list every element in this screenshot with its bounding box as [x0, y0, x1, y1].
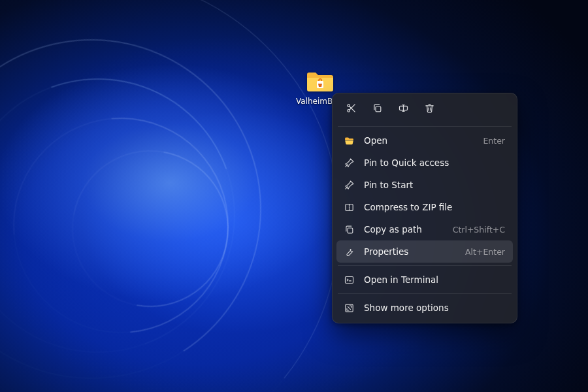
menu-item-accel: Alt+Enter: [465, 247, 505, 257]
delete-button[interactable]: [417, 99, 441, 120]
menu-item-accel: Enter: [483, 136, 505, 146]
expand-icon: [343, 302, 355, 314]
folder-icon: [306, 69, 335, 94]
wrench-icon: [343, 246, 355, 257]
menu-item-label: Pin to Quick access: [364, 157, 505, 168]
copy-button[interactable]: [365, 99, 389, 120]
menu-item-pin-quick[interactable]: Pin to Quick access: [336, 152, 513, 174]
menu-item-label: Open in Terminal: [364, 274, 505, 285]
copy-path-icon: [343, 223, 355, 235]
context-menu-icon-row: [336, 97, 513, 123]
menu-item-label: Show more options: [364, 302, 505, 313]
menu-item-label: Pin to Start: [364, 180, 505, 190]
menu-item-label: Copy as path: [364, 224, 444, 235]
copy-icon: [372, 103, 383, 116]
scissors-icon: [346, 103, 357, 116]
menu-item-accel: Ctrl+Shift+C: [453, 225, 505, 235]
menu-item-label: Compress to ZIP file: [364, 202, 505, 212]
menu-item-copy-path[interactable]: Copy as path Ctrl+Shift+C: [336, 218, 513, 240]
trash-icon: [424, 103, 435, 116]
svg-rect-3: [376, 106, 381, 112]
zip-icon: [343, 201, 355, 213]
menu-item-properties[interactable]: Properties Alt+Enter: [336, 240, 513, 263]
menu-item-pin-start[interactable]: Pin to Start: [336, 174, 513, 196]
menu-item-open-terminal[interactable]: Open in Terminal: [336, 269, 513, 291]
rename-button[interactable]: [391, 99, 415, 120]
menu-item-open[interactable]: Open Enter: [336, 129, 513, 152]
separator: [338, 293, 512, 294]
folder-open-icon: [343, 135, 355, 146]
separator: [338, 265, 512, 266]
context-menu: Open Enter Pin to Quick access Pin to St…: [332, 93, 517, 323]
pin-icon: [343, 157, 355, 169]
menu-item-show-more[interactable]: Show more options: [336, 297, 513, 319]
menu-item-label: Properties: [364, 246, 456, 257]
svg-rect-6: [348, 228, 353, 233]
rename-icon: [398, 103, 409, 116]
pin-icon: [343, 179, 355, 191]
menu-item-compress-zip[interactable]: Compress to ZIP file: [336, 196, 513, 218]
terminal-icon: [343, 274, 355, 286]
menu-item-label: Open: [364, 135, 474, 146]
cut-button[interactable]: [339, 99, 363, 120]
separator: [338, 126, 512, 127]
svg-rect-7: [345, 276, 353, 283]
